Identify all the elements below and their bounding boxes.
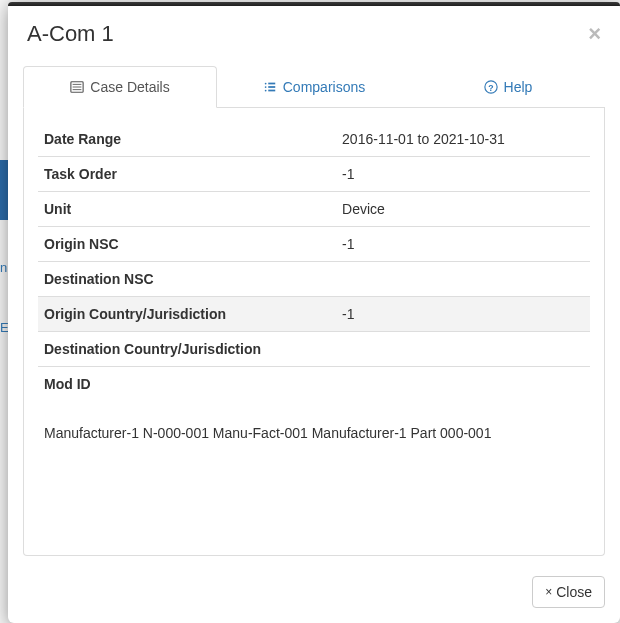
list-ol-icon — [263, 80, 277, 94]
details-row: Origin Country/Jurisdiction-1 — [38, 297, 590, 332]
close-icon: × — [545, 585, 552, 599]
modal-title: A-Com 1 — [27, 21, 588, 47]
details-label: Destination NSC — [38, 262, 336, 297]
tabs: Case Details Comparisons ? Help — [23, 65, 605, 108]
tab-comparisons-label: Comparisons — [283, 79, 365, 95]
help-icon: ? — [484, 80, 498, 94]
details-row: UnitDevice — [38, 192, 590, 227]
svg-point-6 — [265, 90, 267, 92]
details-value — [336, 262, 590, 297]
bg-left-link-1: n — [0, 260, 7, 275]
details-value — [336, 367, 590, 402]
details-label: Unit — [38, 192, 336, 227]
details-value: -1 — [336, 157, 590, 192]
bg-selected-sidebar — [0, 160, 8, 220]
details-row: Mod ID — [38, 367, 590, 402]
svg-point-4 — [265, 83, 267, 85]
details-row: Destination NSC — [38, 262, 590, 297]
tab-comparisons[interactable]: Comparisons — [217, 66, 411, 108]
mod-description: Manufacturer-1 N-000-001 Manu-Fact-001 M… — [38, 425, 590, 441]
case-modal: A-Com 1 × Case Details Comparisons ? Hel… — [8, 2, 620, 623]
details-value: Device — [336, 192, 590, 227]
modal-close-x[interactable]: × — [588, 23, 601, 45]
details-label: Origin Country/Jurisdiction — [38, 297, 336, 332]
list-icon — [70, 80, 84, 94]
details-label: Destination Country/Jurisdiction — [38, 332, 336, 367]
details-value — [336, 332, 590, 367]
details-table: Date Range2016-11-01 to 2021-10-31Task O… — [38, 122, 590, 401]
case-details-panel: Date Range2016-11-01 to 2021-10-31Task O… — [23, 108, 605, 556]
details-row: Destination Country/Jurisdiction — [38, 332, 590, 367]
tab-case-details[interactable]: Case Details — [23, 66, 217, 108]
svg-point-5 — [265, 86, 267, 88]
details-value: 2016-11-01 to 2021-10-31 — [336, 122, 590, 157]
details-row: Date Range2016-11-01 to 2021-10-31 — [38, 122, 590, 157]
close-button[interactable]: × Close — [532, 576, 605, 608]
details-value: -1 — [336, 227, 590, 262]
details-row: Task Order-1 — [38, 157, 590, 192]
modal-header: A-Com 1 × — [23, 17, 605, 65]
tab-help-label: Help — [504, 79, 533, 95]
svg-text:?: ? — [488, 83, 493, 93]
tab-case-details-label: Case Details — [90, 79, 169, 95]
tab-help[interactable]: ? Help — [411, 66, 605, 108]
details-label: Task Order — [38, 157, 336, 192]
details-value: -1 — [336, 297, 590, 332]
modal-footer: × Close — [23, 556, 605, 608]
details-label: Date Range — [38, 122, 336, 157]
details-label: Origin NSC — [38, 227, 336, 262]
details-label: Mod ID — [38, 367, 336, 402]
details-row: Origin NSC-1 — [38, 227, 590, 262]
close-button-label: Close — [556, 584, 592, 600]
